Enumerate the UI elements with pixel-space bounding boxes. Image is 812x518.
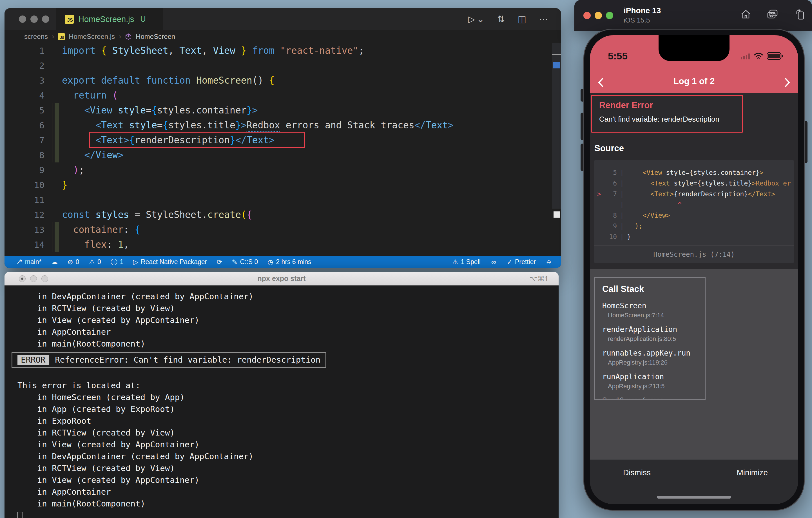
status-publish[interactable]: ☁ <box>51 258 58 266</box>
source-file-location: HomeScreen.js (7:14) <box>594 246 794 258</box>
zoom-icon[interactable] <box>41 275 48 282</box>
open-changes-icon[interactable]: ⇅ <box>497 14 505 25</box>
chevron-right-icon[interactable] <box>784 77 791 88</box>
minimize-icon[interactable] <box>30 275 37 282</box>
rotate-icon[interactable] <box>793 8 805 20</box>
source-line: 5| <View style={styles.container}> <box>594 167 794 178</box>
timer-icon: ◷ <box>267 258 273 266</box>
error-location-heading: This error is located at: <box>18 381 559 393</box>
status-prettier[interactable]: ✓Prettier <box>507 258 536 266</box>
terminal-line: in App (created by ExpoRoot) <box>18 404 559 416</box>
home-icon[interactable] <box>740 8 752 20</box>
prettier-icon: ✓ <box>507 258 513 266</box>
minimize-icon[interactable] <box>594 12 602 19</box>
zoom-icon[interactable] <box>42 16 49 23</box>
code-editor[interactable]: 1import { StyleSheet, Text, View } from … <box>4 43 561 256</box>
callstack-frame[interactable]: renderApplicationrenderApplication.js:80… <box>602 325 705 343</box>
code-line-14[interactable]: 14 flex: 1, <box>4 237 561 252</box>
code-line-4[interactable]: 4 return ( <box>4 88 561 103</box>
terminal-line: in RCTView (created by View) <box>18 304 559 315</box>
split-editor-icon[interactable]: ◫ <box>518 14 526 25</box>
breadcrumb[interactable]: screens › JS HomeScreen.js › HomeScreen <box>4 30 561 43</box>
code-line-11[interactable]: 11 <box>4 192 561 207</box>
indent-highlight <box>55 103 59 163</box>
minimize-button[interactable]: Minimize <box>737 468 768 477</box>
line-number: 13 <box>4 225 45 235</box>
code-line-8[interactable]: 8 </View> <box>4 147 561 163</box>
line-number: 11 <box>4 195 45 205</box>
status-bar: ⎇main*☁⊘0⚠0ⓘ1▷React Native Packager⟳✎C::… <box>4 256 561 268</box>
code-line-3[interactable]: 3export default function HomeScreen() { <box>4 73 561 88</box>
terminal-line: in View (created by AppContainer) <box>18 440 559 452</box>
source-heading: Source <box>594 143 624 153</box>
vscode-titlebar[interactable]: JS HomeScreen.js U ▷⌄⇅◫⋯ <box>4 8 561 30</box>
error-badge: ERROR <box>18 355 49 365</box>
code-line-5[interactable]: 5 <View style={styles.container}> <box>4 103 561 118</box>
edit-counter-icon: ✎ <box>232 258 237 266</box>
code-line-2[interactable]: 2 <box>4 58 561 73</box>
logbox-footer: Dismiss Minimize <box>590 459 798 504</box>
run-debug-icon[interactable]: ▷⌄ <box>468 14 484 25</box>
simulator-titlebar[interactable]: iPhone 13 iOS 15.5 <box>574 0 812 31</box>
close-icon[interactable] <box>19 275 26 282</box>
status-timer[interactable]: ◷2 hrs 6 mins <box>267 258 311 266</box>
terminal-line: in AppContainer <box>18 487 559 499</box>
code-line-10[interactable]: 10} <box>4 177 561 192</box>
iphone-screen: 5:55 Log 1 of 2 <box>590 35 798 504</box>
editor-actions: ▷⌄⇅◫⋯ <box>468 8 548 30</box>
source-code-panel: 5| <View style={styles.container}>6| <Te… <box>594 160 794 263</box>
wifi-icon <box>754 52 763 60</box>
callstack-frame[interactable]: HomeScreenHomeScreen.js:7:14 <box>602 301 705 319</box>
more-actions-icon[interactable]: ⋯ <box>539 14 548 25</box>
zoom-icon[interactable] <box>606 12 613 19</box>
screenshot-icon[interactable] <box>766 8 779 20</box>
close-icon[interactable] <box>583 12 591 19</box>
status-packager[interactable]: ▷React Native Packager <box>133 258 207 266</box>
code-line-1[interactable]: 1import { StyleSheet, Text, View } from … <box>4 43 561 58</box>
callstack-heading: Call Stack <box>602 284 705 294</box>
home-indicator[interactable] <box>657 496 731 498</box>
callstack-section: Call Stack HomeScreenHomeScreen.js:7:14r… <box>590 269 798 459</box>
code-line-9[interactable]: 9 ); <box>4 163 561 177</box>
status-branch[interactable]: ⎇main* <box>14 258 41 266</box>
bracket-guide <box>52 222 52 252</box>
code-line-6[interactable]: 6 <Text style={styles.title}>Redbox erro… <box>4 118 561 133</box>
simulator-window: iPhone 13 iOS 15.5 5:55 <box>574 0 812 518</box>
breadcrumb-file[interactable]: HomeScreen.js <box>69 33 115 40</box>
terminal-output[interactable]: in DevAppContainer (created by AppContai… <box>4 285 559 518</box>
status-sync[interactable]: ⟳ <box>216 258 222 266</box>
dismiss-button[interactable]: Dismiss <box>623 468 651 477</box>
terminal-titlebar[interactable]: npx expo start ⌥⌘1 <box>4 272 559 285</box>
code-line-12[interactable]: 12const styles = StyleSheet.create({ <box>4 207 561 222</box>
close-icon[interactable] <box>19 16 26 23</box>
terminal-cursor[interactable] <box>18 512 23 518</box>
status-goggles[interactable]: ∞ <box>491 258 496 266</box>
error-message: Can't find variable: renderDescription <box>599 115 735 123</box>
status-edit-counter[interactable]: ✎C::S 0 <box>232 258 258 266</box>
callstack-frame[interactable]: runApplicationAppRegistry.js:213:5 <box>602 372 705 390</box>
breadcrumb-symbol[interactable]: HomeScreen <box>136 33 175 40</box>
battery-icon <box>767 52 784 60</box>
see-more-frames-link[interactable]: See 18 more frames <box>602 396 705 400</box>
vscode-window: JS HomeScreen.js U ▷⌄⇅◫⋯ screens › JS Ho… <box>4 8 561 268</box>
spell-icon: ⚠ <box>452 258 458 266</box>
tab-homescreen-js[interactable]: JS HomeScreen.js U <box>56 8 163 30</box>
breadcrumb-folder[interactable]: screens <box>24 33 48 40</box>
source-line: 9| ); <box>594 221 794 231</box>
status-warnings[interactable]: ⚠0 <box>89 258 101 266</box>
bracket-guide <box>52 103 52 163</box>
terminal-line: in DevAppContainer (created by AppContai… <box>18 292 559 304</box>
code-line-13[interactable]: 13 container: { <box>4 222 561 237</box>
chevron-right-icon: › <box>52 33 54 40</box>
status-bell[interactable]: ⍾ <box>547 258 551 266</box>
notch <box>659 35 729 61</box>
status-errors[interactable]: ⊘0 <box>67 258 79 266</box>
minimize-icon[interactable] <box>30 16 38 23</box>
annotation-box-render-error: Render Error Can't find variable: render… <box>591 95 743 133</box>
warnings-icon: ⚠ <box>89 258 95 266</box>
status-spell[interactable]: ⚠1 Spell <box>452 258 481 266</box>
callstack-frame[interactable]: runnables.appKey.runAppRegistry.js:119:2… <box>602 349 705 366</box>
overview-ruler-mark <box>552 54 561 55</box>
annotation-box-error-line <box>89 132 304 148</box>
status-infos[interactable]: ⓘ1 <box>111 258 124 267</box>
